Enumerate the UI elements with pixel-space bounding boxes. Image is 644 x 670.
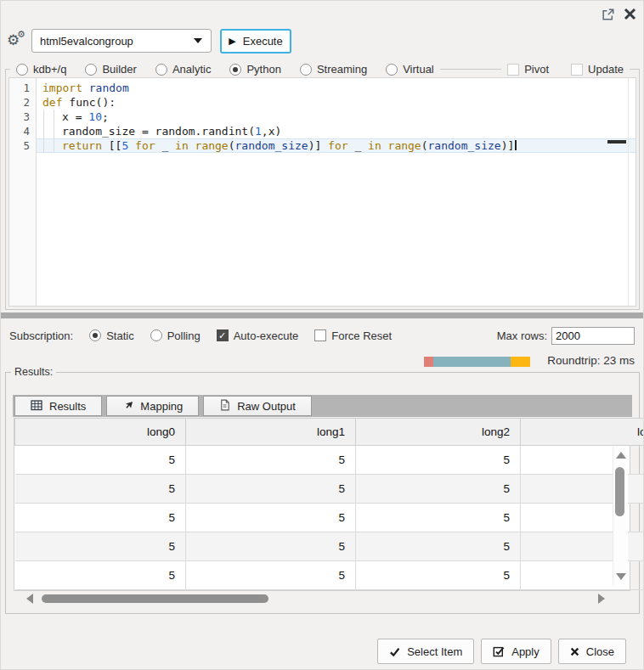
- scroll-right-arrow[interactable]: [598, 594, 605, 604]
- table-cell[interactable]: 5: [186, 532, 356, 561]
- vertical-scrollbar[interactable]: [613, 447, 628, 585]
- table-row[interactable]: 555: [15, 504, 644, 532]
- static-radio[interactable]: Static: [89, 329, 134, 342]
- scroll-down-arrow[interactable]: [616, 573, 626, 580]
- scroll-up-arrow[interactable]: [616, 452, 626, 459]
- mode-radio-kdb-q[interactable]: kdb+/q: [16, 63, 66, 76]
- polling-radio[interactable]: Polling: [150, 329, 201, 342]
- table-cell[interactable]: 5: [15, 532, 186, 561]
- mapping-cursor-icon: [122, 399, 133, 413]
- close-icon[interactable]: [622, 6, 638, 22]
- horizontal-splitter[interactable]: [1, 312, 644, 318]
- mode-radio-analytic[interactable]: Analytic: [155, 63, 212, 76]
- update-checkbox[interactable]: Update: [571, 63, 624, 76]
- apply-button[interactable]: Apply: [481, 639, 551, 664]
- code-line-1[interactable]: import random: [37, 81, 636, 95]
- force-reset-checkbox[interactable]: Force Reset: [314, 329, 392, 342]
- button-label: Close: [586, 645, 614, 658]
- pivot-update-group: Pivot Update: [501, 61, 630, 77]
- static-radio-dot[interactable]: [89, 329, 101, 341]
- tab-results[interactable]: Results: [14, 396, 102, 416]
- mode-radio-streaming[interactable]: Streaming: [300, 63, 367, 76]
- table-row[interactable]: 555: [15, 561, 644, 590]
- mode-radio-builder[interactable]: Builder: [85, 63, 136, 76]
- update-checkbox-box[interactable]: [571, 64, 583, 76]
- max-rows-input[interactable]: [551, 327, 635, 345]
- code-token: random: [89, 82, 129, 94]
- horizontal-scrollbar-thumb[interactable]: [42, 594, 268, 603]
- code-token: (: [421, 139, 428, 152]
- table-cell[interactable]: 5: [15, 504, 186, 532]
- code-token: [381, 139, 388, 152]
- radio-dot[interactable]: [386, 64, 398, 76]
- radio-dot[interactable]: [229, 64, 241, 76]
- radio-dot[interactable]: [155, 64, 167, 76]
- code-line-4[interactable]: random_size = random.randint(1,x): [37, 124, 636, 138]
- code-line-3[interactable]: x = 10;: [37, 110, 636, 124]
- table-cell[interactable]: 5: [356, 446, 521, 475]
- tab-raw-output[interactable]: Raw Output: [203, 396, 312, 416]
- code-editor[interactable]: 12345 import randomdef func():x = 10;ran…: [8, 77, 636, 307]
- table-cell[interactable]: 5: [356, 532, 521, 561]
- table-row[interactable]: 555: [15, 446, 644, 475]
- pivot-label: Pivot: [524, 63, 549, 76]
- code-token: 10: [88, 110, 102, 123]
- mode-radio-virtual[interactable]: Virtual: [386, 63, 434, 76]
- execute-label: Execute: [243, 35, 283, 48]
- line-number-gutter: 12345: [9, 78, 37, 306]
- table-cell[interactable]: 5: [356, 561, 521, 590]
- table-row[interactable]: 555: [15, 532, 644, 561]
- table-row[interactable]: 555: [15, 475, 644, 504]
- auto-execute-checkbox[interactable]: ✓ Auto-execute: [217, 329, 299, 342]
- column-header-long2[interactable]: long2: [356, 419, 521, 446]
- auto-execute-label: Auto-execute: [234, 329, 299, 342]
- radio-dot[interactable]: [16, 64, 28, 76]
- mode-radio-label: kdb+/q: [33, 63, 66, 76]
- expand-icon[interactable]: [600, 7, 615, 22]
- code-token: [128, 139, 135, 152]
- force-reset-checkbox-box[interactable]: [314, 329, 326, 341]
- table-cell[interactable]: 5: [15, 561, 186, 590]
- code-token: for: [328, 139, 347, 152]
- gears-icon[interactable]: ⚙⚙: [6, 31, 30, 51]
- table-cell[interactable]: 5: [186, 475, 356, 504]
- table-cell[interactable]: 5: [186, 504, 356, 532]
- code-line-5[interactable]: return [[5 for _ in range(random_size)] …: [37, 138, 636, 153]
- pivot-checkbox-box[interactable]: [507, 64, 519, 76]
- code-token: random_size: [235, 139, 308, 152]
- pivot-checkbox[interactable]: Pivot: [507, 63, 549, 76]
- polling-radio-dot[interactable]: [150, 329, 162, 341]
- column-header-long1[interactable]: long1: [186, 419, 356, 446]
- table-cell[interactable]: 5: [186, 561, 356, 590]
- vertical-scrollbar-thumb[interactable]: [615, 467, 624, 516]
- horizontal-scrollbar[interactable]: [26, 592, 605, 605]
- table-cell[interactable]: 5: [356, 504, 521, 532]
- table-cell[interactable]: 5: [15, 475, 186, 504]
- code-area[interactable]: import randomdef func():x = 10;random_si…: [37, 78, 636, 306]
- code-token: )]: [308, 139, 328, 152]
- radio-dot[interactable]: [85, 64, 97, 76]
- mode-radio-python[interactable]: Python: [229, 63, 280, 76]
- close-button[interactable]: Close: [558, 639, 626, 664]
- table-cell[interactable]: 5: [356, 475, 521, 504]
- table-cell[interactable]: 5: [15, 446, 186, 475]
- play-icon: ▶: [229, 37, 235, 46]
- radio-dot[interactable]: [300, 64, 312, 76]
- tab-label: Raw Output: [237, 400, 296, 413]
- select-item-button[interactable]: Select Item: [377, 639, 474, 664]
- connection-group-value: html5evalcongroup: [40, 35, 133, 48]
- connection-group-dropdown[interactable]: html5evalcongroup: [31, 29, 212, 53]
- table-cell[interactable]: 5: [186, 446, 356, 475]
- progress-segment-yellow: [511, 357, 530, 367]
- column-header-long0[interactable]: long0: [15, 419, 186, 446]
- code-line-2[interactable]: def func():: [37, 95, 636, 110]
- progress-segment-teal: [433, 357, 511, 367]
- scroll-left-arrow[interactable]: [26, 594, 33, 604]
- auto-execute-checkbox-box[interactable]: ✓: [217, 329, 229, 341]
- check-icon: [389, 646, 400, 657]
- column-header-long3[interactable]: long3: [521, 419, 644, 446]
- code-token: ,x): [262, 125, 281, 138]
- code-token: _: [155, 139, 175, 152]
- execute-button[interactable]: ▶ Execute: [220, 29, 291, 53]
- tab-mapping[interactable]: Mapping: [106, 396, 199, 416]
